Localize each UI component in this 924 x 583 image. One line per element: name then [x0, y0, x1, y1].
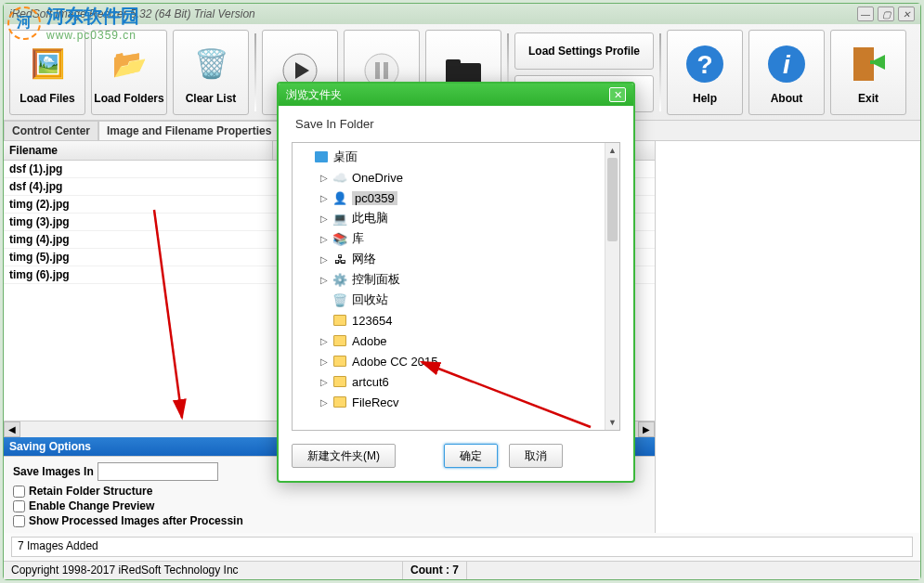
cell-filename: timg (4).jpg [4, 231, 271, 248]
onedrive-icon: ☁️ [332, 170, 348, 185]
tree-item[interactable]: ▷☁️OneDrive [294, 167, 618, 188]
tree-label: 控制面板 [352, 271, 400, 288]
tree-label: 桌面 [333, 149, 358, 165]
toolbar-separator [659, 33, 661, 111]
scroll-thumb[interactable] [607, 158, 618, 241]
dialog-close-button[interactable]: ✕ [609, 87, 626, 102]
save-images-in-input[interactable] [98, 462, 218, 481]
network-icon: 🖧 [332, 252, 348, 266]
tree-item[interactable]: ▷🖧网络 [294, 249, 618, 269]
retain-folder-checkbox[interactable]: Retain Folder Structure [13, 485, 645, 498]
right-pane [656, 141, 920, 533]
browse-folder-dialog: 浏览文件夹 ✕ Save In Folder 桌面▷☁️OneDrive▷👤pc… [277, 82, 635, 483]
expander-icon[interactable]: ▷ [320, 336, 332, 346]
exit-button[interactable]: Exit [830, 30, 906, 115]
tree-item[interactable]: ▷⚙️控制面板 [294, 269, 618, 290]
scroll-left-button[interactable]: ◀ [4, 421, 20, 437]
folder-icon [332, 313, 348, 328]
svg-rect-4 [384, 62, 388, 79]
tree-label: 此电脑 [352, 210, 388, 227]
tree-label: Adobe [352, 334, 387, 348]
tree-item[interactable]: ▷💻此电脑 [294, 208, 618, 228]
status-message: 7 Images Added [11, 537, 913, 557]
expander-icon[interactable]: ▷ [320, 356, 332, 367]
expander-icon[interactable]: ▷ [320, 397, 332, 408]
help-button[interactable]: ? Help [667, 30, 743, 115]
tab-control-center[interactable]: Control Center [4, 121, 98, 140]
show-processed-checkbox[interactable]: Show Processed Images after Processin [13, 514, 645, 527]
cell-filename: timg (6).jpg [4, 266, 271, 283]
tree-label: 库 [352, 230, 364, 247]
tree-label: 网络 [352, 251, 376, 267]
tree-item[interactable]: 🗑️回收站 [294, 290, 618, 310]
dialog-titlebar[interactable]: 浏览文件夹 ✕ [279, 84, 633, 106]
minimize-button[interactable]: — [857, 6, 874, 21]
svg-text:i: i [783, 50, 791, 79]
tree-item[interactable]: ▷artcut6 [294, 371, 618, 392]
library-icon: 📚 [332, 231, 348, 246]
pc-icon: 💻 [332, 211, 348, 226]
folder-icon [332, 395, 348, 409]
count-label: Count : 7 [403, 562, 467, 579]
tree-v-scrollbar[interactable]: ▲ ▼ [605, 143, 619, 430]
desktop-icon [313, 149, 330, 164]
scroll-right-button[interactable]: ▶ [638, 421, 655, 437]
copyright-label: Copyright 1998-2017 iRedSoft Technology … [4, 562, 403, 579]
tree-item[interactable]: 123654 [294, 310, 618, 330]
expander-icon[interactable]: ▷ [320, 193, 332, 203]
enable-preview-checkbox[interactable]: Enable Change Preview [13, 499, 645, 512]
cell-filename: timg (5).jpg [4, 249, 271, 266]
tree-label: 回收站 [352, 292, 388, 308]
maximize-button[interactable]: ▢ [878, 6, 894, 21]
folder-icon [332, 374, 348, 389]
save-images-in-label: Save Images In [13, 465, 94, 478]
clear-list-button[interactable]: 🗑️ Clear List [173, 30, 249, 115]
toolbar-separator [254, 33, 256, 111]
tree-item[interactable]: ▷Adobe CC 2015 [294, 351, 618, 371]
svg-rect-13 [870, 60, 881, 64]
expander-icon[interactable]: ▷ [320, 173, 332, 183]
exit-icon [844, 40, 892, 88]
close-button[interactable]: ✕ [898, 6, 915, 21]
control-icon: ⚙️ [332, 272, 348, 287]
folder-photo-icon: 📂 [105, 40, 153, 88]
expander-icon[interactable]: ▷ [320, 377, 332, 387]
tree-label: 123654 [352, 314, 392, 328]
ok-button[interactable]: 确定 [444, 444, 498, 468]
cancel-button[interactable]: 取消 [509, 444, 563, 468]
folder-tree[interactable]: 桌面▷☁️OneDrive▷👤pc0359▷💻此电脑▷📚库▷🖧网络▷⚙️控制面板… [292, 142, 620, 431]
folder-icon [332, 354, 348, 369]
trash-icon: 🗑️ [187, 40, 235, 88]
expander-icon[interactable]: ▷ [320, 254, 332, 265]
expander-icon[interactable]: ▷ [320, 234, 332, 244]
cell-filename: timg (2).jpg [4, 196, 271, 213]
help-icon: ? [681, 40, 729, 88]
new-folder-button[interactable]: 新建文件夹(M) [292, 444, 396, 468]
svg-rect-3 [375, 62, 380, 79]
dialog-buttons: 新建文件夹(M) 确定 取消 [279, 431, 633, 481]
expander-icon[interactable]: ▷ [320, 275, 332, 285]
tree-label: artcut6 [352, 375, 389, 389]
col-filename[interactable]: Filename [4, 141, 273, 160]
about-button[interactable]: i About [748, 30, 825, 115]
expander-icon[interactable]: ▷ [320, 214, 332, 224]
cell-filename: dsf (4).jpg [4, 178, 271, 195]
load-files-button[interactable]: 🖼️ Load Files [9, 30, 85, 115]
svg-text:?: ? [696, 50, 712, 79]
tree-item[interactable]: ▷FileRecv [294, 392, 618, 412]
load-folders-button[interactable]: 📂 Load Folders [91, 30, 167, 115]
tree-item[interactable]: 桌面 [294, 147, 618, 167]
tree-item[interactable]: ▷👤pc0359 [294, 188, 618, 208]
svg-rect-6 [446, 59, 461, 67]
tab-image-properties[interactable]: Image and Filename Properties [98, 121, 280, 140]
status-bar: Copyright 1998-2017 iRedSoft Technology … [4, 561, 920, 579]
tree-label: Adobe CC 2015 [352, 355, 438, 369]
tree-item[interactable]: ▷📚库 [294, 228, 618, 249]
cell-filename: timg (3).jpg [4, 214, 271, 230]
titlebar: iRedSoft Image Resizer 5.32 (64 Bit) Tri… [4, 4, 920, 24]
scroll-up-button[interactable]: ▲ [605, 143, 619, 158]
scroll-down-button[interactable]: ▼ [605, 415, 619, 430]
load-settings-button[interactable]: Load Settings Profile [514, 32, 654, 70]
tree-item[interactable]: ▷Adobe [294, 330, 618, 351]
dialog-title: 浏览文件夹 [286, 87, 342, 103]
